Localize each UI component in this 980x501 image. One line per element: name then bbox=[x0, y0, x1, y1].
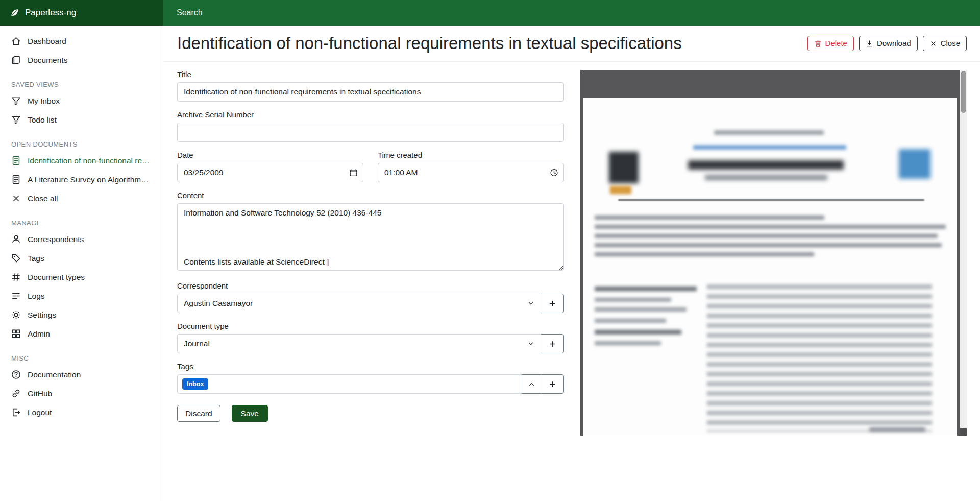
sidebar-item-label: Tags bbox=[28, 254, 152, 263]
save-button[interactable]: Save bbox=[232, 405, 268, 422]
sidebar-item-logs[interactable]: Logs bbox=[0, 287, 163, 305]
add-tag-button[interactable] bbox=[541, 374, 564, 394]
sidebar-item-document-types[interactable]: Document types bbox=[0, 268, 163, 287]
sidebar-item-label: Correspondents bbox=[28, 235, 152, 244]
document-type-selected-value: Journal bbox=[184, 339, 210, 348]
asn-field-group: Archive Serial Number bbox=[177, 110, 564, 142]
search-input[interactable] bbox=[177, 8, 967, 17]
list-icon bbox=[11, 291, 21, 301]
document-type-label: Document type bbox=[177, 322, 564, 330]
trash-icon bbox=[814, 40, 822, 47]
document-header: Identification of non-functional require… bbox=[164, 26, 980, 62]
sidebar-item-github[interactable]: GitHub bbox=[0, 384, 163, 403]
sidebar-item-open-document-2[interactable]: A Literature Survey on Algorithms for Mu… bbox=[0, 170, 163, 189]
sidebar-item-correspondents[interactable]: Correspondents bbox=[0, 230, 163, 249]
delete-button[interactable]: Delete bbox=[807, 36, 854, 52]
sidebar-item-logout[interactable]: Logout bbox=[0, 403, 163, 422]
calendar-icon[interactable] bbox=[349, 169, 358, 177]
content-field-group: Content Information and Software Technol… bbox=[177, 191, 564, 273]
documents-icon bbox=[11, 55, 21, 65]
sidebar-item-dashboard[interactable]: Dashboard bbox=[0, 32, 163, 51]
sidebar-item-label: My Inbox bbox=[28, 97, 152, 106]
sidebar-item-label: Logs bbox=[28, 292, 152, 301]
date-label: Date bbox=[177, 151, 363, 159]
time-input-wrap bbox=[378, 163, 564, 182]
discard-button-label: Discard bbox=[185, 409, 212, 418]
blurred-paragraph-line bbox=[595, 216, 824, 220]
title-input[interactable] bbox=[177, 82, 564, 102]
plus-icon bbox=[549, 300, 556, 307]
tags-input[interactable]: Inbox bbox=[177, 374, 522, 394]
funnel-icon bbox=[11, 96, 21, 106]
sidebar-section-misc: MISC bbox=[0, 351, 163, 365]
document-detail: Title Archive Serial Number Date Time cr… bbox=[164, 62, 980, 437]
blurred-paragraph-line bbox=[595, 243, 942, 247]
blurred-publisher-logo bbox=[899, 149, 930, 179]
document-type-field-group: Document type Journal bbox=[177, 322, 564, 353]
sidebar-item-documentation[interactable]: Documentation bbox=[0, 365, 163, 384]
sidebar-item-settings[interactable]: Settings bbox=[0, 305, 163, 324]
date-input[interactable] bbox=[177, 163, 363, 182]
date-time-row: Date Time created bbox=[177, 151, 564, 182]
sidebar-item-todo-list[interactable]: Todo list bbox=[0, 110, 163, 129]
correspondent-label: Correspondent bbox=[177, 281, 564, 290]
discard-button[interactable]: Discard bbox=[177, 405, 220, 422]
add-correspondent-button[interactable] bbox=[541, 294, 564, 313]
sidebar-item-close-all[interactable]: Close all bbox=[0, 189, 163, 208]
time-field-group: Time created bbox=[378, 151, 564, 182]
house-icon bbox=[11, 36, 21, 46]
document-actions: Delete Download Close bbox=[807, 36, 967, 52]
document-type-select[interactable]: Journal bbox=[177, 334, 541, 353]
correspondent-select[interactable]: Agustin Casamayor bbox=[177, 294, 541, 313]
document-form: Title Archive Serial Number Date Time cr… bbox=[177, 70, 564, 437]
asn-input[interactable] bbox=[177, 123, 564, 142]
correspondent-selected-value: Agustin Casamayor bbox=[184, 299, 253, 308]
sidebar-item-label: Close all bbox=[28, 194, 152, 203]
blurred-author-line bbox=[595, 287, 697, 291]
leaf-logo-icon bbox=[10, 8, 19, 17]
tag-badge-inbox[interactable]: Inbox bbox=[182, 378, 208, 390]
blurred-link-block bbox=[693, 145, 846, 150]
sidebar-item-admin[interactable]: Admin bbox=[0, 324, 163, 343]
question-circle-icon bbox=[11, 370, 21, 379]
tags-input-group: Inbox bbox=[177, 374, 564, 394]
file-text-icon bbox=[11, 156, 21, 165]
download-icon bbox=[866, 40, 873, 47]
sidebar-item-tags[interactable]: Tags bbox=[0, 249, 163, 268]
sidebar-section-manage: MANAGE bbox=[0, 216, 163, 230]
sidebar-item-label: Todo list bbox=[28, 115, 152, 125]
sidebar-item-label: Documents bbox=[28, 56, 152, 65]
sidebar-section-saved-views: SAVED VIEWS bbox=[0, 78, 163, 91]
caret-up-icon bbox=[528, 380, 535, 388]
time-created-input[interactable] bbox=[378, 163, 564, 182]
chevron-down-icon bbox=[527, 300, 534, 307]
sidebar-item-label: Admin bbox=[28, 329, 152, 339]
title-field-group: Title bbox=[177, 70, 564, 102]
document-preview[interactable] bbox=[580, 70, 967, 436]
plus-icon bbox=[549, 380, 556, 388]
blurred-author-line bbox=[595, 341, 661, 345]
sidebar: Dashboard Documents SAVED VIEWS My Inbox… bbox=[0, 26, 163, 501]
x-icon bbox=[11, 194, 21, 203]
download-button[interactable]: Download bbox=[859, 36, 918, 52]
close-button[interactable]: Close bbox=[923, 36, 967, 52]
blurred-paragraph-line bbox=[595, 225, 946, 229]
app-brand-label: Paperless-ng bbox=[25, 8, 76, 18]
time-created-label: Time created bbox=[378, 151, 564, 159]
tags-dropdown-toggle-button[interactable] bbox=[522, 374, 541, 394]
preview-scrollbar-corner bbox=[960, 428, 967, 436]
sidebar-item-open-document-1[interactable]: Identification of non-functional require… bbox=[0, 151, 163, 170]
add-document-type-button[interactable] bbox=[541, 334, 564, 353]
date-field-group: Date bbox=[177, 151, 363, 182]
content-textarea[interactable]: Information and Software Technology 52 (… bbox=[177, 203, 564, 271]
clock-icon[interactable] bbox=[550, 169, 558, 177]
sidebar-item-documents[interactable]: Documents bbox=[0, 51, 163, 69]
app-brand[interactable]: Paperless-ng bbox=[0, 0, 163, 26]
preview-scrollbar[interactable] bbox=[960, 70, 967, 436]
preview-scrollbar-thumb[interactable] bbox=[961, 71, 966, 113]
plus-icon bbox=[549, 340, 556, 348]
blurred-footer-line bbox=[869, 427, 925, 432]
download-button-label: Download bbox=[877, 39, 911, 49]
sidebar-item-my-inbox[interactable]: My Inbox bbox=[0, 91, 163, 110]
grid-icon bbox=[11, 329, 21, 339]
